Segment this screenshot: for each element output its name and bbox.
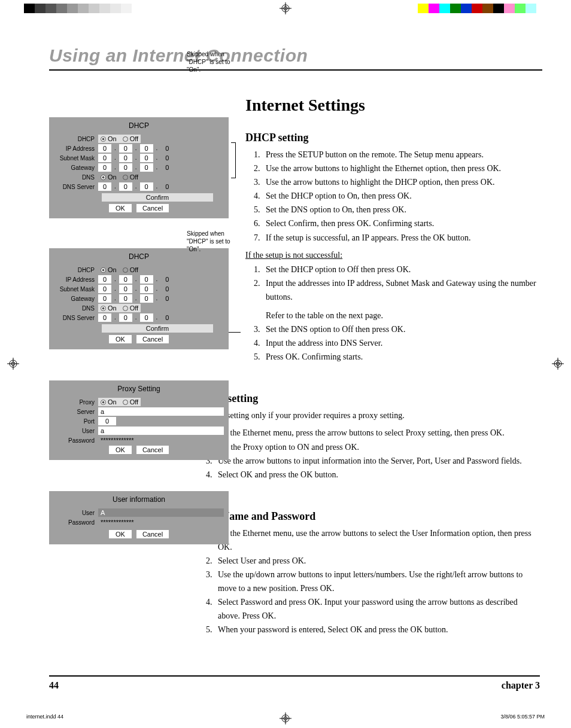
- step: If the setup is successful, an IP appear…: [262, 231, 536, 245]
- subnet-row[interactable]: Subnet Mask0.0.0.0: [54, 154, 224, 162]
- step: On the Ethernet menu, press the arrow bu…: [214, 426, 536, 440]
- dhcp-radio-row[interactable]: DHCP On Off: [54, 266, 224, 274]
- swatch: [67, 4, 78, 13]
- swatch: [99, 4, 110, 13]
- swatch: [515, 4, 526, 13]
- user-row[interactable]: Usera: [54, 427, 224, 435]
- ip-row[interactable]: IP Address0.0.0.0: [54, 144, 224, 153]
- cancel-button[interactable]: Cancel: [136, 446, 169, 454]
- slug-timestamp: 3/8/06 5:05:57 PM: [500, 714, 545, 720]
- cancel-button[interactable]: Cancel: [136, 204, 169, 212]
- callout-bracket: [231, 142, 236, 178]
- swatch: [493, 4, 504, 13]
- swatch: [142, 4, 153, 13]
- chapter-label: chapter 3: [502, 680, 540, 691]
- step: Select OK and press the OK button.: [214, 468, 536, 482]
- panel-title: Proxy Setting: [54, 383, 224, 397]
- swatch: [35, 4, 45, 13]
- radio-icon: [123, 267, 128, 273]
- user-heading: User Name and Password: [198, 510, 536, 523]
- radio-icon: [123, 136, 128, 142]
- dns-server-row[interactable]: DNS Server0.0.0.0: [54, 313, 224, 322]
- proxy-steps: On the Ethernet menu, press the arrow bu…: [198, 426, 536, 481]
- user-steps: On the Ethernet menu, use the arrow butt…: [198, 526, 536, 637]
- radio-icon: [101, 136, 106, 142]
- proxy-intro: Use this setting only if your provider r…: [198, 409, 536, 422]
- registration-mark-icon: [7, 358, 19, 370]
- dns-server-row[interactable]: DNS Server0.0.0.0: [54, 182, 224, 191]
- server-row[interactable]: Servera: [54, 407, 224, 416]
- radio-off[interactable]: Off: [123, 173, 138, 181]
- confirm-button[interactable]: Confirm: [102, 324, 213, 333]
- swatch: [526, 4, 536, 13]
- user-row[interactable]: UserA: [54, 508, 224, 517]
- page-footer: 44 chapter 3: [49, 675, 540, 691]
- label: DHCP: [54, 136, 96, 142]
- radio-on[interactable]: On: [101, 266, 117, 273]
- swatch: [472, 4, 482, 13]
- port-row[interactable]: Port0: [54, 417, 224, 425]
- dhcp-panel-bottom: DHCP DHCP On Off IP Address0.0.0.0 Subne…: [49, 248, 229, 349]
- radio-off[interactable]: Off: [123, 304, 138, 312]
- step: Select Confirm, then press OK. Confirmin…: [262, 217, 536, 230]
- dhcp-panel-top: DHCP DHCP On Off IP Address0.0.0.0 Subne…: [49, 117, 229, 218]
- radio-on[interactable]: On: [101, 398, 117, 406]
- subnet-row[interactable]: Subnet Mask0.0.0.0: [54, 285, 224, 293]
- step: When your password is entered, Select OK…: [214, 623, 536, 636]
- swatch: [45, 4, 56, 13]
- dns-radio-row[interactable]: DNS On Off: [54, 304, 224, 312]
- step: Press OK. Confirming starts.: [262, 350, 536, 364]
- ok-button[interactable]: OK: [109, 530, 132, 538]
- swatch: [461, 4, 472, 13]
- swatch: [110, 4, 121, 13]
- proxy-heading: Proxy setting: [198, 392, 536, 405]
- callout-text: Skipped when "DHCP" is set to "On".: [187, 230, 235, 253]
- radio-on[interactable]: On: [101, 304, 117, 312]
- step: Set the DNS option to Off then press OK.: [262, 322, 536, 336]
- dhcp-unsuccessful-steps: Set the DHCP option to Off then press OK…: [245, 263, 536, 364]
- ok-button[interactable]: OK: [109, 335, 132, 343]
- radio-off[interactable]: Off: [123, 266, 138, 273]
- step: Input the address into DNS Server.: [262, 336, 536, 350]
- cancel-button[interactable]: Cancel: [136, 335, 169, 343]
- dhcp-radio-row[interactable]: DHCP On Off: [54, 135, 224, 143]
- radio-off[interactable]: Off: [123, 135, 138, 142]
- print-slug: internet.indd 44 3/8/06 5:05:57 PM: [26, 714, 545, 720]
- swatch: [132, 4, 142, 13]
- swatch: [121, 4, 132, 13]
- step: Press the SETUP button on the remote. Th…: [262, 148, 536, 162]
- ok-button[interactable]: OK: [109, 446, 132, 454]
- radio-on[interactable]: On: [101, 135, 117, 142]
- proxy-radio-row[interactable]: Proxy On Off: [54, 398, 224, 406]
- password-row[interactable]: Password*************: [54, 518, 224, 526]
- swatch: [418, 4, 429, 13]
- step: Use the arrow buttons to highlight the E…: [262, 162, 536, 175]
- confirm-button[interactable]: Confirm: [102, 193, 213, 202]
- swatch: [504, 4, 515, 13]
- panel-title: User information: [54, 494, 224, 507]
- step: Input the addresses into IP address, Sub…: [262, 276, 536, 322]
- radio-icon: [101, 306, 106, 311]
- dns-radio-row[interactable]: DNS On Off: [54, 173, 224, 181]
- cancel-button[interactable]: Cancel: [136, 530, 169, 538]
- password-row[interactable]: Password*************: [54, 436, 224, 444]
- step: On the Ethernet menu, use the arrow butt…: [214, 526, 536, 554]
- gateway-row[interactable]: Gateway0.0.0.0: [54, 163, 224, 172]
- registration-mark-icon: [280, 2, 291, 14]
- swatch: [482, 4, 493, 13]
- dhcp-steps: Press the SETUP button on the remote. Th…: [245, 148, 536, 245]
- swatch: [536, 4, 547, 13]
- ip-row[interactable]: IP Address0.0.0.0: [54, 275, 224, 284]
- radio-on[interactable]: On: [101, 173, 117, 181]
- step: Set the DHCP option to Off then press OK…: [262, 263, 536, 276]
- step: Set the DHCP option to On, then press OK…: [262, 189, 536, 203]
- chapter-title: Using an Internet Connection: [49, 45, 542, 71]
- swatch: [24, 4, 35, 13]
- color-bar-left: [24, 4, 153, 13]
- step: Use the arrow buttons to highlight the D…: [262, 175, 536, 189]
- ok-button[interactable]: OK: [109, 204, 132, 212]
- step: Use the up/down arrow buttons to input l…: [214, 568, 536, 595]
- radio-off[interactable]: Off: [123, 398, 138, 406]
- radio-icon: [101, 400, 106, 405]
- gateway-row[interactable]: Gateway0.0.0.0: [54, 294, 224, 303]
